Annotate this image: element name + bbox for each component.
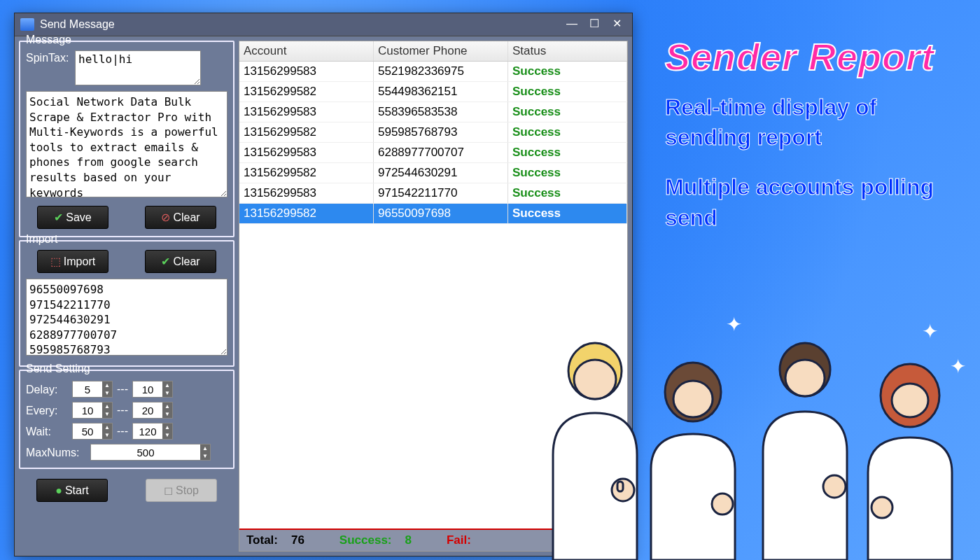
table-row[interactable]: 131562995835521982336975Success — [239, 62, 627, 82]
table-row[interactable]: 13156299582595985768793Success — [239, 122, 627, 143]
up-icon[interactable]: ▲ — [102, 402, 112, 410]
app-icon — [20, 18, 34, 31]
wait-from-stepper[interactable]: 50▲▼ — [72, 423, 113, 440]
message-legend: Message — [24, 34, 73, 46]
down-icon[interactable]: ▼ — [162, 389, 172, 397]
down-icon[interactable]: ▼ — [102, 431, 112, 439]
svg-point-1 — [574, 360, 616, 399]
settings-legend: Send Setting — [24, 363, 92, 375]
every-label: Every: — [26, 403, 68, 417]
table-row[interactable]: 131562995836288977700707Success — [239, 143, 627, 163]
cell-status: Success — [508, 163, 627, 183]
up-icon[interactable]: ▲ — [162, 402, 172, 410]
cell-phone: 558396583538 — [374, 102, 508, 122]
cell-phone: 96550097698 — [374, 204, 508, 223]
clear-message-button[interactable]: ⊘Clear — [145, 206, 216, 229]
svg-point-5 — [673, 381, 713, 417]
svg-point-9 — [823, 475, 846, 498]
promo-title: Sender Report — [665, 35, 966, 78]
up-icon[interactable]: ▲ — [102, 424, 112, 431]
table-row[interactable]: 13156299582972544630291Success — [239, 163, 627, 183]
delay-to-stepper[interactable]: 10▲▼ — [132, 381, 173, 398]
cell-phone: 554498362151 — [374, 82, 508, 102]
import-list-input[interactable] — [26, 279, 227, 356]
cell-account: 13156299582 — [239, 122, 374, 142]
import-group: Import ⬚Import ✔Clear — [19, 240, 234, 367]
message-group: Message SpinTax: ✔Save ⊘Clear — [19, 41, 234, 237]
cell-account: 13156299583 — [239, 183, 374, 203]
cell-phone: 972544630291 — [374, 163, 508, 183]
promo-panel: Sender Report Real-time display of sendi… — [665, 35, 966, 233]
success-label: Success: — [340, 533, 392, 547]
down-icon[interactable]: ▼ — [102, 389, 112, 397]
success-value: 8 — [405, 533, 411, 547]
import-button[interactable]: ⬚Import — [37, 250, 108, 273]
window-title: Send Message — [40, 18, 115, 31]
down-icon[interactable]: ▼ — [162, 410, 172, 418]
cancel-icon: ⊘ — [161, 211, 170, 224]
spintax-label: SpinTax: — [26, 50, 71, 64]
maxnums-stepper[interactable]: 500▲▼ — [90, 444, 211, 461]
close-button[interactable]: ✕ — [607, 17, 626, 32]
svg-point-12 — [872, 497, 892, 518]
fail-label: Fail: — [447, 533, 471, 547]
svg-point-8 — [785, 360, 825, 396]
cell-status: Success — [508, 62, 627, 81]
cell-phone: 6288977700707 — [374, 143, 508, 162]
up-icon[interactable]: ▲ — [162, 382, 172, 389]
up-icon[interactable]: ▲ — [200, 444, 210, 452]
table-row[interactable]: 13156299582554498362151Success — [239, 82, 627, 102]
minimize-button[interactable]: — — [562, 17, 582, 32]
cell-status: Success — [508, 143, 627, 162]
down-icon[interactable]: ▼ — [162, 431, 172, 439]
wait-to-stepper[interactable]: 120▲▼ — [132, 423, 173, 440]
column-status[interactable]: Status — [508, 41, 627, 61]
people-illustration — [532, 329, 973, 560]
import-icon: ⬚ — [50, 255, 61, 268]
total-value: 76 — [291, 533, 304, 547]
down-icon[interactable]: ▼ — [200, 452, 210, 460]
message-body-input[interactable] — [26, 91, 227, 197]
up-icon[interactable]: ▲ — [162, 424, 172, 431]
send-setting-group: Send Setting Delay: 5▲▼ --- 10▲▼ Every: … — [19, 370, 234, 469]
cell-account: 13156299582 — [239, 204, 374, 223]
table-row[interactable]: 1315629958296550097698Success — [239, 204, 627, 224]
cell-phone: 5521982336975 — [374, 62, 508, 81]
check-icon: ✔ — [161, 255, 170, 268]
cell-phone: 971542211770 — [374, 183, 508, 203]
delay-from-stepper[interactable]: 5▲▼ — [72, 381, 113, 398]
wait-label: Wait: — [26, 424, 68, 438]
column-account[interactable]: Account — [239, 41, 374, 61]
svg-point-11 — [892, 384, 928, 417]
cell-phone: 595985768793 — [374, 122, 508, 142]
play-icon: ● — [55, 484, 62, 497]
cell-account: 13156299583 — [239, 102, 374, 122]
clear-import-button[interactable]: ✔Clear — [145, 250, 216, 273]
table-row[interactable]: 13156299583971542211770Success — [239, 183, 627, 204]
cell-status: Success — [508, 82, 627, 102]
svg-rect-3 — [617, 482, 623, 491]
total-label: Total: — [246, 533, 278, 547]
every-from-stepper[interactable]: 10▲▼ — [72, 402, 113, 419]
table-row[interactable]: 13156299583558396583538Success — [239, 102, 627, 122]
start-button[interactable]: ●Start — [36, 479, 108, 502]
down-icon[interactable]: ▼ — [102, 410, 112, 418]
cell-account: 13156299583 — [239, 62, 374, 81]
maxnums-label: MaxNums: — [26, 445, 86, 459]
maximize-button[interactable]: ☐ — [584, 17, 604, 32]
every-to-stepper[interactable]: 20▲▼ — [132, 402, 173, 419]
column-phone[interactable]: Customer Phone — [374, 41, 508, 61]
check-icon: ✔ — [54, 211, 63, 224]
up-icon[interactable]: ▲ — [102, 382, 112, 389]
cell-status: Success — [508, 204, 627, 223]
cell-account: 13156299582 — [239, 82, 374, 102]
save-button[interactable]: ✔Save — [37, 206, 108, 229]
cell-status: Success — [508, 183, 627, 203]
delay-label: Delay: — [26, 382, 68, 396]
promo-sub2: Multiple accounts polling send — [665, 172, 966, 232]
svg-point-6 — [712, 493, 733, 514]
promo-sub1: Real-time display of sending report — [665, 92, 966, 153]
spintax-input[interactable] — [75, 50, 201, 85]
titlebar[interactable]: Send Message — ☐ ✕ — [15, 13, 632, 36]
stop-button[interactable]: ◻Stop — [146, 479, 217, 502]
